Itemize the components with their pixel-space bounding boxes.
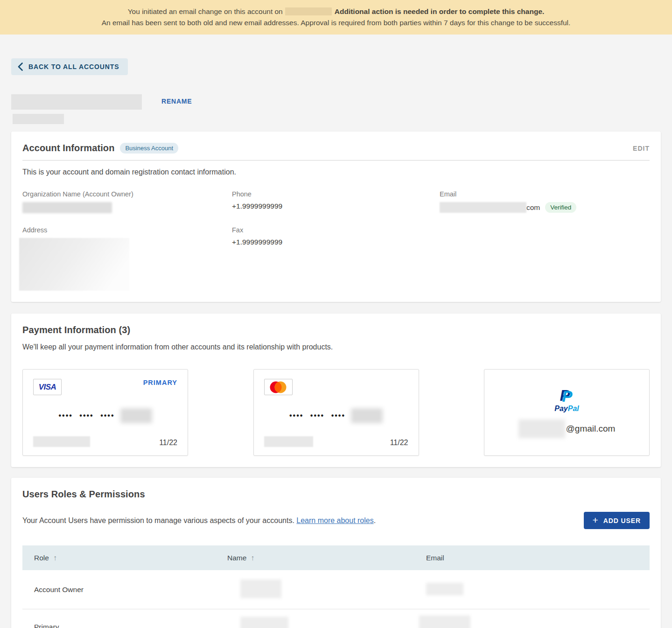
payment-method-visa[interactable]: VISA PRIMARY •••• •••• •••• 11/22 — [22, 369, 188, 456]
users-table: Role↑ Name↑ Email Account Owner Primary — [22, 545, 650, 628]
visa-logo-box: VISA — [33, 379, 62, 395]
redacted-last4 — [351, 408, 383, 423]
redacted-cardholder-name — [264, 436, 313, 447]
users-table-header: Role↑ Name↑ Email — [22, 545, 650, 570]
primary-payment-badge: PRIMARY — [143, 379, 177, 386]
learn-more-about-roles-link[interactable]: Learn more about roles — [296, 516, 373, 524]
redacted-email — [440, 202, 526, 213]
redacted-date — [285, 7, 332, 15]
mastercard-icon — [268, 381, 288, 393]
account-name-redacted — [11, 94, 142, 124]
fax-field: Fax +1.9999999999 — [232, 226, 440, 291]
card-expiry: 11/22 — [390, 439, 408, 447]
payment-method-mastercard[interactable]: •••• •••• •••• 11/22 — [253, 369, 419, 456]
role-cell: Account Owner — [22, 586, 227, 594]
redacted-address — [19, 238, 129, 291]
rename-button[interactable]: RENAME — [161, 98, 192, 105]
mastercard-logo-box — [264, 379, 293, 395]
phone-label: Phone — [232, 190, 440, 198]
address-field: Address — [22, 226, 232, 291]
banner-line1: You initiated an email change on this ac… — [19, 6, 653, 17]
users-description-suffix: . — [374, 516, 376, 524]
add-user-label: ADD USER — [603, 517, 641, 524]
add-user-button[interactable]: + ADD USER — [584, 512, 650, 529]
banner-line2: An email has been sent to both old and n… — [19, 17, 653, 28]
paypal-word-pay: Pay — [554, 405, 567, 412]
redacted-user-email — [419, 615, 470, 628]
email-field: Email com Verified — [440, 190, 650, 213]
payment-information-card: Payment Information (3) We'll keep all y… — [11, 314, 661, 467]
fax-value: +1.9999999999 — [232, 238, 440, 246]
redacted-user-email — [426, 583, 463, 595]
paypal-word-pal: Pal — [568, 405, 579, 412]
redacted-account-subtitle — [13, 114, 64, 124]
users-roles-title: Users Roles & Permissions — [22, 489, 650, 500]
sort-ascending-icon[interactable]: ↑ — [251, 554, 254, 562]
account-information-description: This is your account and domain registra… — [22, 168, 650, 176]
redacted-org-name — [22, 202, 112, 213]
payment-information-description: We'll keep all your payment information … — [22, 343, 650, 351]
users-roles-permissions-card: Users Roles & Permissions Your Account U… — [11, 478, 661, 628]
edit-button[interactable]: EDIT — [633, 145, 650, 152]
phone-value: +1.9999999999 — [232, 202, 440, 210]
role-cell: Primary — [22, 623, 227, 628]
redacted-paypal-username — [518, 419, 565, 438]
column-header-email[interactable]: Email — [426, 554, 650, 562]
plus-icon: + — [593, 515, 599, 525]
table-row-primary[interactable]: Primary — [22, 609, 650, 628]
back-to-all-accounts-button[interactable]: BACK TO ALL ACCOUNTS — [11, 58, 128, 75]
sort-ascending-icon[interactable]: ↑ — [53, 554, 57, 562]
redacted-last4 — [120, 408, 152, 423]
masked-card-number: •••• •••• •••• — [289, 412, 345, 420]
verified-badge: Verified — [545, 202, 576, 213]
org-name-label: Organization Name (Account Owner) — [22, 190, 232, 198]
column-header-name[interactable]: Name↑ — [227, 554, 426, 562]
visa-icon: VISA — [39, 383, 56, 392]
email-change-notice-banner: You initiated an email change on this ac… — [0, 0, 672, 35]
chevron-left-icon — [18, 63, 23, 71]
payment-method-paypal[interactable]: P P PayPal @gmail.com — [484, 369, 650, 456]
redacted-account-name — [11, 94, 142, 110]
address-label: Address — [22, 226, 232, 234]
banner-line1-bold: Additional action is needed in order to … — [335, 7, 545, 15]
column-header-role[interactable]: Role↑ — [22, 554, 227, 562]
paypal-email-suffix: @gmail.com — [566, 424, 616, 434]
card-expiry: 11/22 — [159, 439, 177, 447]
phone-field: Phone +1.9999999999 — [232, 190, 440, 213]
fax-label: Fax — [232, 226, 440, 234]
users-description-prefix: Your Account Users have permission to ma… — [22, 516, 296, 524]
users-roles-description: Your Account Users have permission to ma… — [22, 516, 376, 525]
back-button-label: BACK TO ALL ACCOUNTS — [28, 63, 119, 70]
redacted-user-name — [240, 617, 288, 628]
business-account-badge: Business Account — [120, 143, 178, 154]
redacted-cardholder-name — [33, 436, 90, 447]
payment-information-title: Payment Information (3) — [22, 325, 650, 335]
masked-card-number: •••• •••• •••• — [58, 412, 114, 420]
table-row-account-owner[interactable]: Account Owner — [22, 570, 650, 609]
redacted-user-name — [240, 579, 281, 598]
email-label: Email — [440, 190, 650, 198]
paypal-mark-front: P — [562, 389, 572, 405]
paypal-icon: P P PayPal — [554, 388, 579, 413]
org-name-field: Organization Name (Account Owner) — [22, 190, 232, 213]
email-visible-suffix: com — [526, 203, 540, 212]
banner-line1-prefix: You initiated an email change on this ac… — [128, 7, 283, 15]
account-information-title: Account Information — [22, 143, 114, 154]
account-information-card: Account Information Business Account EDI… — [11, 132, 661, 302]
